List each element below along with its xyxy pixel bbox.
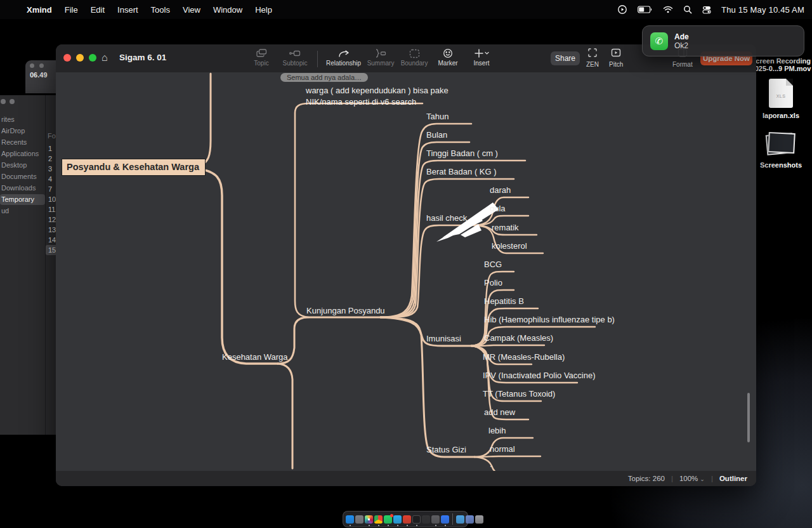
screen-record-icon[interactable] bbox=[617, 4, 627, 15]
mindmap-node-label[interactable]: hasil check bbox=[426, 213, 467, 223]
window-dot[interactable] bbox=[39, 63, 44, 68]
desktop-icon-label: Screenshots bbox=[750, 161, 811, 169]
mindmap-node-label[interactable]: darah bbox=[490, 185, 511, 195]
menu-bar: XmindFileEditInsertToolsViewWindowHelp T… bbox=[0, 0, 812, 19]
search-icon[interactable] bbox=[683, 5, 692, 14]
mindmap-node-label[interactable]: MR (Measles-Rubella) bbox=[483, 352, 565, 362]
finder-window[interactable]: ritesAirDropRecentsApplicationsDesktopDo… bbox=[0, 95, 56, 435]
sidebar-item-airdrop[interactable]: AirDrop bbox=[0, 126, 45, 136]
mindmap-node-label[interactable]: Polio bbox=[484, 278, 502, 287]
preview-window-controls[interactable] bbox=[30, 63, 44, 68]
menu-item-xmind[interactable]: Xmind bbox=[20, 5, 58, 15]
preview-window-title: 06.49 bbox=[30, 71, 48, 79]
menu-item-insert[interactable]: Insert bbox=[111, 5, 145, 15]
sidebar-item-rites[interactable]: rites bbox=[0, 114, 45, 125]
sidebar-item-recents[interactable]: Recents bbox=[0, 137, 45, 148]
outliner-button[interactable]: Outliner bbox=[719, 475, 747, 482]
file-row[interactable]: 11 bbox=[46, 204, 56, 214]
dock-icon-folder-2[interactable] bbox=[466, 515, 474, 524]
mindmap-node-label[interactable]: IPV (Inactivated Polio Vaccine) bbox=[483, 371, 596, 380]
desktop-icon-laporan-xls[interactable]: XLS laporan.xls bbox=[750, 79, 811, 119]
whatsapp-notification[interactable]: ✆ Ade Ok2 bbox=[642, 25, 804, 56]
mindmap-node-label[interactable]: add new bbox=[484, 407, 515, 417]
file-row[interactable]: 13 bbox=[46, 225, 56, 235]
menu-item-tools[interactable]: Tools bbox=[145, 5, 176, 15]
control-center-icon[interactable] bbox=[702, 6, 711, 14]
dock-icon-dark-app[interactable] bbox=[422, 515, 430, 524]
file-row[interactable]: 4 bbox=[46, 174, 56, 184]
battery-icon[interactable] bbox=[638, 6, 653, 13]
sidebar-item-ud[interactable]: ud bbox=[0, 206, 45, 216]
dock-icon-screenshot-app[interactable] bbox=[431, 515, 440, 524]
dock-divider bbox=[452, 513, 453, 525]
mindmap-node-label[interactable]: Status Gizi bbox=[426, 445, 466, 454]
finder-window-controls[interactable] bbox=[1, 99, 15, 104]
sidebar-item-applications[interactable]: Applications bbox=[0, 148, 45, 159]
menu-item-window[interactable]: Window bbox=[207, 5, 249, 15]
menu-item-file[interactable]: File bbox=[58, 5, 84, 15]
mindmap-node-label[interactable]: Kunjungan Posyandu bbox=[306, 306, 385, 315]
dock-icon-launchpad[interactable] bbox=[355, 515, 363, 524]
running-indicator bbox=[369, 525, 370, 526]
dock-icon-photos[interactable] bbox=[365, 515, 373, 524]
sidebar-item-desktop[interactable]: Desktop bbox=[0, 160, 45, 171]
mindmap-node-label[interactable]: Tinggi Badan ( cm ) bbox=[426, 148, 498, 158]
mindmap-node-label[interactable]: Berat Badan ( KG ) bbox=[426, 167, 497, 176]
window-dot[interactable] bbox=[10, 99, 15, 104]
mindmap-node-label[interactable]: Campak (Measles) bbox=[484, 333, 553, 343]
vertical-scrollbar[interactable] bbox=[747, 393, 750, 442]
sidebar-item-downloads[interactable]: Downloads bbox=[0, 183, 45, 194]
running-indicator bbox=[388, 525, 389, 526]
mindmap-node-label[interactable]: Bulan bbox=[426, 130, 447, 140]
file-row[interactable]: 15 bbox=[46, 245, 56, 255]
mindmap-node-label[interactable]: Hepatitis B bbox=[484, 296, 524, 306]
mindmap-node-label[interactable]: lebih bbox=[488, 426, 506, 435]
file-row[interactable]: 3 bbox=[46, 164, 56, 174]
mindmap-node-label[interactable]: rematik bbox=[492, 223, 519, 232]
mindmap-node-label[interactable]: normal bbox=[490, 444, 515, 454]
mindmap-node-label[interactable]: Tahun bbox=[426, 112, 449, 121]
mindmap-node-note[interactable]: warga ( add kependudukan ) bisa pake NIK… bbox=[306, 85, 449, 109]
file-row[interactable]: 10 bbox=[46, 194, 56, 204]
menu-clock[interactable]: Thu 15 May 10.45 AM bbox=[721, 5, 804, 15]
menu-item-help[interactable]: Help bbox=[249, 5, 278, 15]
dock-icon-red-app[interactable] bbox=[403, 515, 411, 524]
sidebar-item-documents[interactable]: Documents bbox=[0, 171, 45, 182]
dock-icon-finder[interactable] bbox=[346, 515, 354, 524]
wifi-icon[interactable] bbox=[663, 6, 673, 13]
xls-badge: XLS bbox=[769, 94, 793, 98]
file-row[interactable]: 2 bbox=[46, 154, 56, 164]
file-row[interactable]: 1 bbox=[46, 143, 56, 154]
file-row[interactable]: 12 bbox=[46, 214, 56, 225]
mindmap-node-root[interactable]: Posyandu & Kesehatan Warga bbox=[62, 159, 206, 176]
file-row[interactable]: 7 bbox=[46, 184, 56, 194]
mindmap-node-label[interactable]: Hib (Haemophilus influenzae tipe b) bbox=[484, 315, 615, 324]
file-row[interactable]: 14 bbox=[46, 235, 56, 245]
dock-icon-chrome[interactable] bbox=[374, 515, 383, 524]
mindmap-node-label[interactable]: BCG bbox=[484, 260, 502, 269]
mindmap-node-label[interactable]: gula bbox=[490, 204, 506, 213]
mindmap-node-label[interactable]: Imunisasi bbox=[426, 334, 461, 343]
sidebar-item-temporary[interactable]: Temporary bbox=[0, 194, 45, 205]
topics-count: Topics: 260 bbox=[628, 475, 665, 482]
dock-icon-notes-app[interactable] bbox=[441, 515, 449, 524]
zoom-control[interactable]: 100%⌄ bbox=[679, 475, 705, 482]
dock-icon-whatsapp[interactable] bbox=[384, 515, 392, 524]
menu-item-edit[interactable]: Edit bbox=[84, 5, 111, 15]
mindmap-node-label[interactable]: kolesterol bbox=[492, 241, 527, 251]
desktop-icon-screenshots[interactable]: Screenshots bbox=[750, 132, 811, 169]
window-dot[interactable] bbox=[30, 63, 34, 68]
mindmap-node-callout[interactable]: Semua add nya adala… bbox=[280, 73, 368, 82]
dock-icon-telegram[interactable] bbox=[393, 515, 402, 524]
mindmap-node-label[interactable]: TT (Tetanus Toxoid) bbox=[483, 389, 555, 399]
notification-title: Ade bbox=[674, 32, 689, 41]
mindmap-node-label[interactable]: Kesehatan Warga bbox=[222, 352, 288, 362]
dock-icon-trash[interactable] bbox=[475, 515, 483, 524]
desktop-icon-screen-recording[interactable]: Screen Recording 2025-0...9 PM.mov bbox=[750, 57, 811, 72]
dock-icon-xmind[interactable] bbox=[412, 515, 421, 524]
window-dot[interactable] bbox=[1, 99, 6, 104]
dock-icon-folder-1[interactable] bbox=[456, 515, 464, 524]
mindmap-node-label[interactable]: . bbox=[490, 459, 492, 469]
menu-item-view[interactable]: View bbox=[176, 5, 207, 15]
mindmap-canvas[interactable]: Semua add nya adala…warga ( add kependud… bbox=[56, 72, 756, 471]
